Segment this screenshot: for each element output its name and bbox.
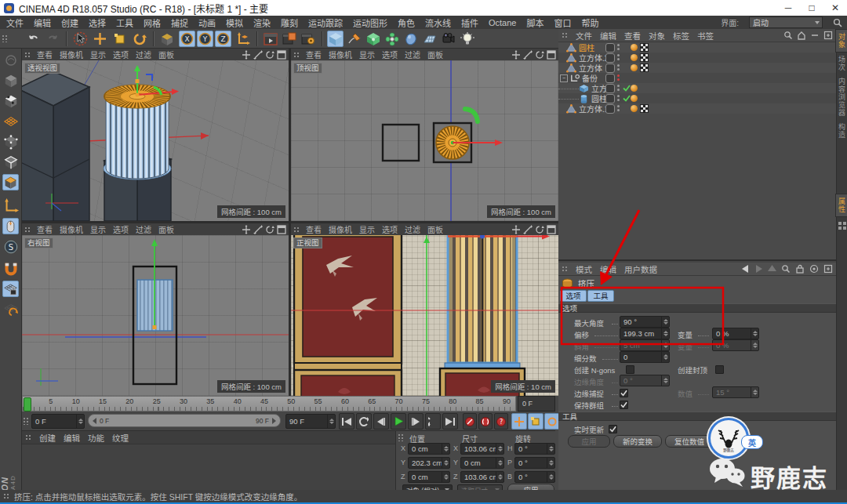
new-panel-icon[interactable] xyxy=(823,264,833,274)
range-left-arrow-icon[interactable] xyxy=(93,418,96,424)
workplane-align-icon[interactable] xyxy=(2,301,19,317)
vp-menu-display[interactable]: 显示 xyxy=(359,49,375,60)
keyframe-selection-icon[interactable]: ? xyxy=(494,413,508,430)
rot-h-field[interactable]: 0 ° xyxy=(514,443,555,455)
light-icon[interactable] xyxy=(459,31,475,47)
vp-menu-filter[interactable]: 过滤 xyxy=(405,223,420,235)
vp-menu-options[interactable]: 选项 xyxy=(382,223,398,235)
vp-menu-view[interactable]: 查看 xyxy=(37,49,53,60)
workplane-lock-icon[interactable] xyxy=(2,281,19,297)
toggle-view-icon[interactable] xyxy=(277,50,286,60)
current-frame-marker[interactable] xyxy=(24,397,31,412)
magnet-snap-icon[interactable] xyxy=(2,260,19,277)
bevel-field[interactable]: 5 cm xyxy=(620,339,670,351)
maximize-button[interactable]: □ xyxy=(800,0,823,16)
vp-menu-options[interactable]: 选项 xyxy=(113,223,129,235)
object-tree[interactable]: 圆柱 立方体.2 立方体 xyxy=(558,42,836,259)
viewport-menu-grip[interactable] xyxy=(24,52,31,58)
viewport-top-canvas[interactable]: 顶视图 网格间距 : 100 cm xyxy=(291,60,558,221)
scale-tool-icon[interactable] xyxy=(111,31,128,47)
zoom-view-icon[interactable] xyxy=(253,50,263,60)
deformer-icon[interactable] xyxy=(384,31,400,47)
rotate-view-icon[interactable] xyxy=(265,50,274,60)
history-back-icon[interactable] xyxy=(741,265,750,273)
autokey-icon[interactable] xyxy=(478,413,493,430)
om-menu-view[interactable]: 查看 xyxy=(624,30,641,42)
vp-menu-view[interactable]: 查看 xyxy=(306,49,322,60)
keep-group-checkbox[interactable] xyxy=(620,401,628,409)
object-manager-grip[interactable] xyxy=(562,32,568,38)
menu-render[interactable]: 渲染 xyxy=(253,16,271,29)
mat-menu-texture[interactable]: 纹理 xyxy=(112,432,129,444)
render-settings-icon[interactable] xyxy=(300,31,316,47)
coordinates-grip[interactable] xyxy=(398,433,404,441)
record-keyframe-icon[interactable] xyxy=(463,413,477,430)
om-menu-file[interactable]: 文件 xyxy=(576,30,592,42)
texture-tag-icon[interactable] xyxy=(640,43,649,52)
vp-menu-view[interactable]: 查看 xyxy=(37,223,53,235)
minimize-button[interactable]: ─ xyxy=(776,0,800,16)
viewport-front-canvas[interactable]: 正视图 网格间距 : 10 cm xyxy=(291,235,558,396)
texture-tag-icon[interactable] xyxy=(640,63,649,72)
play-reverse-icon[interactable] xyxy=(356,413,372,430)
om-collapse-icon[interactable] xyxy=(810,31,820,40)
menu-snap[interactable]: 捕捉 xyxy=(171,16,188,29)
goto-start-icon[interactable] xyxy=(339,413,354,430)
menu-tools[interactable]: 工具 xyxy=(116,16,133,29)
layer-box-icon[interactable] xyxy=(605,63,615,73)
vp-menu-display[interactable]: 显示 xyxy=(90,49,106,60)
z-axis-lock-button[interactable]: Z xyxy=(215,31,231,47)
attr-search-icon[interactable] xyxy=(781,264,791,274)
loop-mode-icon[interactable] xyxy=(425,413,441,430)
realtime-checkbox[interactable] xyxy=(609,425,617,433)
vp-menu-panel[interactable]: 面板 xyxy=(427,223,443,235)
visibility-dots[interactable] xyxy=(617,54,620,60)
timeline-ruler[interactable]: 051015202530354045505560657075808590 xyxy=(22,396,516,412)
edge-angle-field[interactable]: 0 ° xyxy=(620,375,670,386)
toolbar-grip[interactable] xyxy=(2,34,8,42)
prev-frame-icon[interactable] xyxy=(373,413,389,430)
viewport-perspective[interactable]: 查看 摄像机 显示 选项 过滤 面板 xyxy=(22,49,289,221)
menu-sculpt[interactable]: 雕刻 xyxy=(281,16,298,29)
object-row[interactable]: 立方体 xyxy=(558,63,836,73)
material-list-area[interactable] xyxy=(22,444,395,490)
pan-view-icon[interactable] xyxy=(242,225,251,234)
menu-script[interactable]: 脚本 xyxy=(526,16,543,29)
vp-menu-view[interactable]: 查看 xyxy=(306,223,322,235)
zoom-view-icon[interactable] xyxy=(253,225,263,234)
floor-icon[interactable] xyxy=(421,31,438,47)
history-forward-icon[interactable] xyxy=(754,265,763,273)
material-tag-icon[interactable] xyxy=(631,105,638,112)
om-home-icon[interactable] xyxy=(797,31,806,40)
texture-tag-icon[interactable] xyxy=(640,104,649,113)
vp-menu-panel[interactable]: 面板 xyxy=(158,49,174,60)
viewport-menu-grip[interactable] xyxy=(293,52,300,58)
attribute-manager-grip[interactable] xyxy=(562,266,568,272)
edges-mode-icon[interactable] xyxy=(2,154,19,170)
enabled-check-icon[interactable] xyxy=(623,95,631,102)
vp-menu-camera[interactable]: 摄像机 xyxy=(60,223,83,235)
coordinate-system-icon[interactable] xyxy=(234,31,251,47)
texture-tag-icon[interactable] xyxy=(640,53,649,62)
vp-menu-options[interactable]: 选项 xyxy=(382,49,398,60)
vp-menu-camera[interactable]: 摄像机 xyxy=(329,223,352,235)
material-tag-icon[interactable] xyxy=(631,85,638,92)
vp-menu-panel[interactable]: 面板 xyxy=(158,223,174,235)
apply-button[interactable]: 应用 xyxy=(568,435,610,448)
undo-icon[interactable] xyxy=(25,31,42,47)
undo-view-icon[interactable] xyxy=(2,52,19,68)
viewport-top[interactable]: 查看 摄像机 显示 选项 过滤 面板 xyxy=(291,49,558,221)
material-tag-icon[interactable] xyxy=(631,95,638,102)
polygons-mode-icon[interactable] xyxy=(2,174,19,190)
lock-icon[interactable] xyxy=(795,264,805,274)
viewport-menu-grip[interactable] xyxy=(24,227,31,233)
vp-menu-filter[interactable]: 过滤 xyxy=(136,223,151,235)
last-tool-icon[interactable] xyxy=(158,31,175,47)
menu-animate[interactable]: 动画 xyxy=(198,16,216,29)
range-right-arrow-icon[interactable] xyxy=(272,418,276,424)
key-scale-toggle[interactable] xyxy=(528,413,543,430)
object-row[interactable]: 立方体.1 xyxy=(558,103,836,114)
vp-menu-display[interactable]: 显示 xyxy=(90,223,106,235)
toggle-view-icon[interactable] xyxy=(547,225,556,234)
visibility-dots-off[interactable] xyxy=(617,74,620,81)
